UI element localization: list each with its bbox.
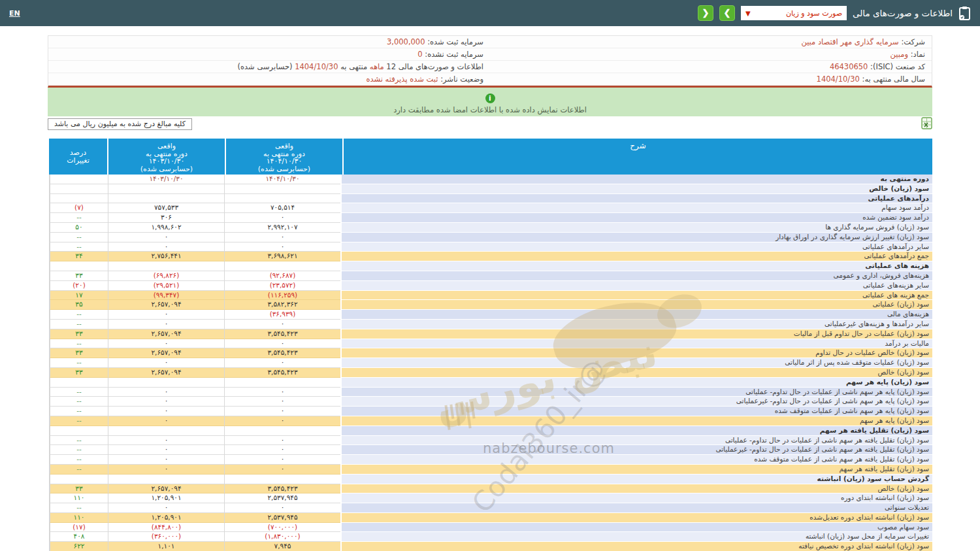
unregistered-capital-row: سرمایه ثبت نشده: 0	[48, 48, 490, 61]
value-period-1404: ۷۰۵,۵۱۴	[224, 203, 340, 213]
value-period-1403: ۱,۱۰۱	[108, 542, 224, 551]
value-period-1403: ۷۵۷,۵۳۳	[108, 203, 224, 213]
value-period-1403: ۳۰۶	[108, 213, 224, 223]
table-row: سایر درآمدهای عملیاتی۰۰--	[50, 242, 932, 252]
row-description: تعدیلات سنواتی	[340, 503, 932, 513]
value-period-1404: (۱۱۶,۲۵۹)	[224, 291, 340, 301]
header-change-percent: درصد تغییرات	[49, 139, 107, 175]
company-label: شرکت:	[901, 37, 925, 46]
value-period-1403: ۱۴۰۳/۱۰/۳۰	[108, 175, 224, 184]
value-period-1404: ۳,۵۴۵,۴۲۳	[224, 368, 340, 378]
banner-message: اطلاعات نمایش داده شده با اطلاعات امضا ش…	[48, 105, 932, 114]
value-period-1403: ۱,۲۰۵,۹۰۱	[108, 513, 224, 523]
change-percent: --	[50, 339, 108, 349]
row-description: سود (زیان) عملیات متوقف شده پس از اثر ما…	[340, 358, 932, 368]
table-row: سود (زیان) خالص عملیات در حال تداوم۳,۵۴۵…	[50, 348, 932, 358]
value-period-1404: ۰	[224, 339, 340, 349]
value-period-1403	[108, 194, 224, 204]
report-type-dropdown[interactable]: صورت سود و زیان ▼	[741, 6, 847, 20]
value-period-1403: ۰	[108, 310, 224, 320]
header-description: شرح	[344, 139, 932, 175]
table-row: سود (زیان) تقلیل یافته هر سهم	[50, 426, 932, 436]
change-percent: ۳۳	[50, 348, 108, 358]
table-row: سود (زیان) خالص۳,۵۴۵,۴۲۳۲,۶۵۷,۰۹۴۳۳	[50, 484, 932, 494]
value-period-1404: ۰	[224, 416, 340, 426]
row-description: هزینه های عملیاتی	[340, 261, 932, 271]
value-period-1404: ۲,۵۳۷,۹۴۵	[224, 493, 340, 503]
registered-capital-label: سرمایه ثبت شده:	[427, 37, 483, 46]
row-description: سود (زیان) پایه هر سهم	[340, 378, 932, 388]
value-period-1403: (۳۶۰,۰۰۰)	[108, 532, 224, 542]
row-description: دوره منتهی به	[340, 175, 932, 184]
publisher-status-label: وضعیت ناشر:	[440, 75, 483, 84]
row-description: درآمدهای عملیاتی	[340, 194, 932, 204]
value-period-1404: ۰	[224, 455, 340, 465]
value-period-1403: ۱,۹۹۸,۶۰۲	[108, 223, 224, 233]
header-period-1403: واقعی دوره منتهی به ۱۴۰۳/۱۰/۳۰ (حسابرسی …	[108, 139, 225, 175]
value-period-1403: ۲,۶۵۷,۰۹۴	[108, 300, 224, 310]
value-period-1403: ۲,۶۵۷,۰۹۴	[108, 348, 224, 358]
value-period-1404	[224, 194, 340, 204]
table-row: درآمد سود سهام۷۰۵,۵۱۴۷۵۷,۵۳۳(۷)	[50, 203, 932, 213]
change-percent: --	[50, 407, 108, 416]
value-period-1404: ۰	[224, 242, 340, 252]
prev-report-button[interactable]: ❮	[698, 5, 713, 21]
table-row: سود (زیان) تقلیل یافته هر سهم ناشی از عم…	[50, 436, 932, 446]
change-percent: ۵۰	[50, 223, 108, 233]
company-name-link[interactable]: سرمایه گذاری مهر اقتصاد مبین	[801, 37, 898, 46]
isic-value: 46430650	[830, 62, 868, 71]
value-period-1404: (۱,۸۳۰,۰۰۰)	[224, 532, 340, 542]
change-percent	[50, 261, 108, 271]
value-period-1403: ۲,۶۵۷,۰۹۴	[108, 329, 224, 339]
symbol-row: نماد: ومبین	[490, 48, 932, 61]
change-percent: --	[50, 310, 108, 320]
value-period-1404: ۰	[224, 436, 340, 446]
value-period-1403: ۰	[108, 320, 224, 329]
table-row: سود (زیان) انباشته ابتدای دوره۲,۵۳۷,۹۴۵۱…	[50, 493, 932, 503]
chevron-down-icon: ▼	[745, 10, 751, 17]
table-row: هزینه های عملیاتی	[50, 261, 932, 271]
isic-row: کد صنعت (ISIC): 46430650	[490, 61, 932, 73]
table-row: درآمدهای عملیاتی	[50, 194, 932, 204]
change-percent: --	[50, 213, 108, 223]
change-percent: ۱۱۰	[50, 493, 108, 503]
unregistered-capital-label: سرمایه ثبت نشده:	[425, 50, 483, 59]
change-percent	[50, 175, 108, 184]
change-percent: --	[50, 503, 108, 513]
table-row: سود (زیان) پایه هر سهم	[50, 378, 932, 388]
change-percent: ۳۳	[50, 329, 108, 339]
table-row: جمع هزینه های عملیاتی(۱۱۶,۲۵۹)(۹۹,۳۴۷)۱۷	[50, 291, 932, 301]
table-row: سود (زیان) عملیات در حال تداوم قبل از ما…	[50, 329, 932, 339]
value-period-1404: (۷۰۰,۰۰۰)	[224, 523, 340, 533]
statement-table-body: دوره منتهی به۱۴۰۴/۱۰/۳۰۱۴۰۳/۱۰/۳۰سود (زی…	[49, 175, 932, 551]
change-percent: (۲۰)	[50, 281, 108, 291]
value-period-1404: ۰	[224, 445, 340, 455]
value-period-1404: ۰	[224, 358, 340, 368]
excel-export-icon[interactable]	[921, 117, 932, 132]
fiscal-year-label: سال مالی منتهی به:	[862, 75, 925, 84]
value-period-1403	[108, 261, 224, 271]
info-icon: i	[485, 93, 495, 103]
value-period-1403: ۰	[108, 465, 224, 475]
language-toggle-en[interactable]: EN	[9, 9, 20, 18]
value-period-1403: ۰	[108, 233, 224, 242]
value-period-1404: ۰	[224, 320, 340, 329]
signature-match-banner: i اطلاعات نمایش داده شده با اطلاعات امضا…	[48, 88, 932, 116]
value-period-1404: ۲,۵۳۷,۹۴۵	[224, 513, 340, 523]
table-row: دوره منتهی به۱۴۰۴/۱۰/۳۰۱۴۰۳/۱۰/۳۰	[50, 175, 932, 184]
value-period-1404: ۳,۵۸۲,۳۶۲	[224, 300, 340, 310]
row-description: سایر درآمدها و هزینه‌های غیرعملیاتی	[340, 320, 932, 329]
row-description: سود (زیان) خالص	[340, 368, 932, 378]
change-percent: ۳۵	[50, 300, 108, 310]
table-row: سود (زیان) تقلیل یافته هر سهم ناشی از عم…	[50, 445, 932, 455]
table-header: شرح واقعی دوره منتهی به ۱۴۰۴/۱۰/۳۰ (حساب…	[49, 139, 932, 175]
symbol-link[interactable]: ومبین	[890, 50, 908, 59]
value-period-1404	[224, 184, 340, 194]
change-percent: ۱۱۰	[50, 513, 108, 523]
symbol-label: نماد:	[911, 50, 925, 59]
next-report-button[interactable]: ❯	[719, 5, 735, 21]
change-percent: --	[50, 388, 108, 397]
change-percent: --	[50, 397, 108, 407]
value-period-1404: ۰	[224, 407, 340, 416]
row-description: سود (زیان) پایه هر سهم ناشی از عملیات در…	[340, 388, 932, 397]
